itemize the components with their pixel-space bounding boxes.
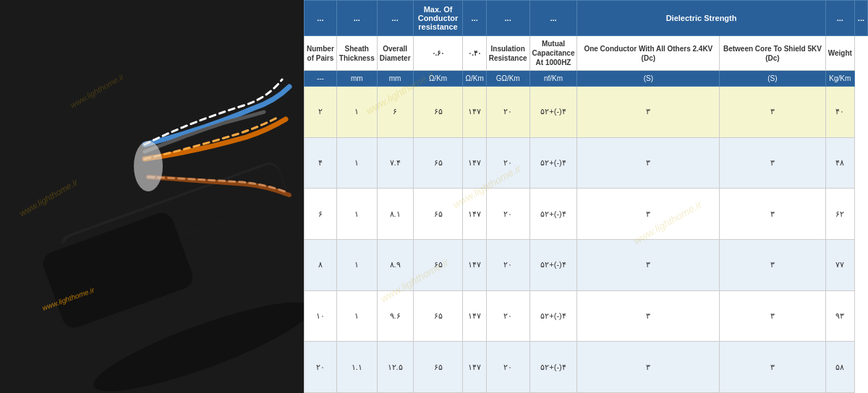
cell-r2-c8: ۳ bbox=[720, 189, 825, 240]
h1-col7: ... bbox=[529, 1, 577, 36]
unit-pairs: --- bbox=[305, 71, 337, 87]
cell-r2-c6: ۵۲+(-)۴ bbox=[529, 189, 577, 240]
unit-cap: nf/Km bbox=[529, 71, 577, 87]
cell-r4-c4: ۱۴۷ bbox=[463, 290, 486, 342]
header-row-1: ... ... ... Max. Of Conductor resistance… bbox=[305, 1, 868, 36]
unit-diameter: mm bbox=[377, 71, 413, 87]
h2-sheath: Sheath Thickness bbox=[336, 36, 377, 71]
data-table-wrapper: www.lighthome.ir www.lighthome.ir www.li… bbox=[304, 0, 868, 393]
table-row: ۶۱۸.۱۶۵۱۴۷۲۰۵۲+(-)۴۳۳۶۲ bbox=[305, 189, 868, 240]
unit-sheath: mm bbox=[336, 71, 377, 87]
table-row: ۴۱۷.۴۶۵۱۴۷۲۰۵۲+(-)۴۳۳۴۸ bbox=[305, 137, 868, 189]
h1-col3: ... bbox=[377, 1, 413, 36]
h1-col10: ... bbox=[854, 1, 867, 36]
table-row: ۸۱۸.۹۶۵۱۴۷۲۰۵۲+(-)۴۳۳۷۷ bbox=[305, 239, 868, 290]
h2-dc1: One Conductor With All Others 2.4KV (Dc) bbox=[577, 36, 720, 71]
header-row-2: Number of Pairs Sheath Thickness Overall… bbox=[305, 36, 868, 71]
unit-r2: Ω/Km bbox=[463, 71, 486, 87]
cell-r3-c9: ۷۷ bbox=[825, 239, 854, 290]
table-row: ۲۱۶۶۵۱۴۷۲۰۵۲+(-)۴۳۳۴۰ bbox=[305, 87, 868, 138]
h1-col8: Dielectric Strength bbox=[577, 1, 825, 36]
cell-r4-c6: ۵۲+(-)۴ bbox=[529, 290, 577, 342]
h1-col2: ... bbox=[336, 1, 377, 36]
svg-point-5 bbox=[134, 141, 163, 191]
cell-r3-c7: ۳ bbox=[577, 239, 720, 290]
cell-r1-c0: ۴ bbox=[305, 137, 337, 189]
cell-r5-c7: ۳ bbox=[577, 342, 720, 393]
unit-dc1: (S) bbox=[577, 71, 720, 87]
cell-r3-c6: ۵۲+(-)۴ bbox=[529, 239, 577, 290]
cell-r0-c3: ۶۵ bbox=[413, 87, 463, 138]
cell-r5-c4: ۱۴۷ bbox=[463, 342, 486, 393]
cell-r1-c5: ۲۰ bbox=[486, 137, 529, 189]
cell-r0-c0: ۲ bbox=[305, 87, 337, 138]
cell-r0-c2: ۶ bbox=[377, 87, 413, 138]
cell-r4-c3: ۶۵ bbox=[413, 290, 463, 342]
cell-r5-c6: ۵۲+(-)۴ bbox=[529, 342, 577, 393]
cell-r4-c9: ۹۳ bbox=[825, 290, 854, 342]
h2-r2: ۰.۴۰ bbox=[463, 36, 486, 71]
cell-r2-c3: ۶۵ bbox=[413, 189, 463, 240]
cell-r4-c5: ۲۰ bbox=[486, 290, 529, 342]
cell-r2-c0: ۶ bbox=[305, 189, 337, 240]
cell-r4-c0: ۱۰ bbox=[305, 290, 337, 342]
cell-r1-c2: ۷.۴ bbox=[377, 137, 413, 189]
cell-r4-c8: ۳ bbox=[720, 290, 825, 342]
cable-illustration: www.lighthome.ir www.lighthome.ir www.li… bbox=[0, 0, 304, 393]
cell-r5-c3: ۶۵ bbox=[413, 342, 463, 393]
specs-table: ... ... ... Max. Of Conductor resistance… bbox=[304, 0, 868, 393]
cell-r5-c1: ۱.۱ bbox=[336, 342, 377, 393]
cell-r1-c8: ۳ bbox=[720, 137, 825, 189]
h2-dc2: Between Core To Shield 5KV (Dc) bbox=[720, 36, 825, 71]
cell-r3-c1: ۱ bbox=[336, 239, 377, 290]
h1-col4: Max. Of Conductor resistance bbox=[413, 1, 463, 36]
product-image-section: www.lighthome.ir www.lighthome.ir www.li… bbox=[0, 0, 304, 393]
cell-r0-c9: ۴۰ bbox=[825, 87, 854, 138]
cell-r5-c9: ۵۸ bbox=[825, 342, 854, 393]
table-row: ۲۰۱.۱۱۲.۵۶۵۱۴۷۲۰۵۲+(-)۴۳۳۵۸ bbox=[305, 342, 868, 393]
cell-r1-c1: ۱ bbox=[336, 137, 377, 189]
cell-r2-c4: ۱۴۷ bbox=[463, 189, 486, 240]
h1-col9: ... bbox=[825, 1, 854, 36]
cell-r3-c3: ۶۵ bbox=[413, 239, 463, 290]
cell-r5-c2: ۱۲.۵ bbox=[377, 342, 413, 393]
h2-r1: ۰.۶۰ bbox=[413, 36, 463, 71]
unit-r1: Ω/Km bbox=[413, 71, 463, 87]
cell-r3-c4: ۱۴۷ bbox=[463, 239, 486, 290]
cell-r2-c1: ۱ bbox=[336, 189, 377, 240]
h2-pairs: Number of Pairs bbox=[305, 36, 337, 71]
cell-r1-c6: ۵۲+(-)۴ bbox=[529, 137, 577, 189]
cell-r1-c3: ۶۵ bbox=[413, 137, 463, 189]
h2-weight: Weight bbox=[825, 36, 854, 71]
h1-col5: ... bbox=[463, 1, 486, 36]
cell-r1-c7: ۳ bbox=[577, 137, 720, 189]
cell-r3-c2: ۸.۹ bbox=[377, 239, 413, 290]
cell-r5-c0: ۲۰ bbox=[305, 342, 337, 393]
cell-r0-c1: ۱ bbox=[336, 87, 377, 138]
cell-r3-c8: ۳ bbox=[720, 239, 825, 290]
cell-r0-c4: ۱۴۷ bbox=[463, 87, 486, 138]
cell-r5-c5: ۲۰ bbox=[486, 342, 529, 393]
unit-row: --- mm mm Ω/Km Ω/Km GΩ/Km nf/Km (S) (S) … bbox=[305, 71, 868, 87]
cell-r5-c8: ۳ bbox=[720, 342, 825, 393]
h1-col6: ... bbox=[486, 1, 529, 36]
h1-col1: ... bbox=[305, 1, 337, 36]
cell-r0-c5: ۲۰ bbox=[486, 87, 529, 138]
cell-r1-c9: ۴۸ bbox=[825, 137, 854, 189]
table-body: ۲۱۶۶۵۱۴۷۲۰۵۲+(-)۴۳۳۴۰۴۱۷.۴۶۵۱۴۷۲۰۵۲+(-)۴… bbox=[305, 87, 868, 393]
cell-r2-c5: ۲۰ bbox=[486, 189, 529, 240]
cell-r2-c2: ۸.۱ bbox=[377, 189, 413, 240]
table-row: ۱۰۱۹.۶۶۵۱۴۷۲۰۵۲+(-)۴۳۳۹۳ bbox=[305, 290, 868, 342]
cell-r4-c1: ۱ bbox=[336, 290, 377, 342]
cell-r3-c0: ۸ bbox=[305, 239, 337, 290]
cell-r0-c8: ۳ bbox=[720, 87, 825, 138]
cell-r3-c5: ۲۰ bbox=[486, 239, 529, 290]
cell-r0-c7: ۳ bbox=[577, 87, 720, 138]
cell-r2-c7: ۳ bbox=[577, 189, 720, 240]
h2-diameter: Overall Diameter bbox=[377, 36, 413, 71]
cell-r0-c6: ۵۲+(-)۴ bbox=[529, 87, 577, 138]
h2-insulation: Insulation Resistance bbox=[486, 36, 529, 71]
cell-r4-c2: ۹.۶ bbox=[377, 290, 413, 342]
unit-dc2: (S) bbox=[720, 71, 825, 87]
h2-capacitance: Mutual Capacitance At 1000HZ bbox=[529, 36, 577, 71]
